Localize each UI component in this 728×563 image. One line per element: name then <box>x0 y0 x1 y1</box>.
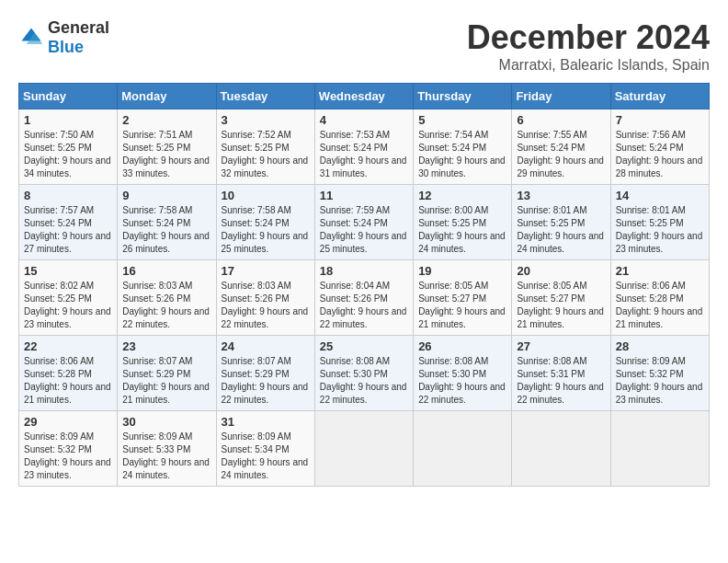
header-thursday: Thursday <box>414 84 512 109</box>
day-cell-10: 10Sunrise: 7:58 AMSunset: 5:24 PMDayligh… <box>216 185 314 260</box>
calendar-location: Marratxi, Balearic Islands, Spain <box>467 57 710 74</box>
title-block: December 2024 Marratxi, Balearic Islands… <box>467 18 710 74</box>
day-cell-9: 9Sunrise: 7:58 AMSunset: 5:24 PMDaylight… <box>118 185 216 260</box>
day-cell-5: 5Sunrise: 7:54 AMSunset: 5:24 PMDaylight… <box>414 109 512 185</box>
day-cell-15: 15Sunrise: 8:02 AMSunset: 5:25 PMDayligh… <box>19 260 118 336</box>
day-cell-24: 24Sunrise: 8:07 AMSunset: 5:29 PMDayligh… <box>216 336 314 411</box>
day-cell-28: 28Sunrise: 8:09 AMSunset: 5:32 PMDayligh… <box>610 336 709 411</box>
day-cell-16: 16Sunrise: 8:03 AMSunset: 5:26 PMDayligh… <box>118 260 216 336</box>
day-cell-25: 25Sunrise: 8:08 AMSunset: 5:30 PMDayligh… <box>314 336 413 411</box>
day-cell-26: 26Sunrise: 8:08 AMSunset: 5:30 PMDayligh… <box>414 336 512 411</box>
day-cell-empty <box>414 411 512 487</box>
day-cell-8: 8Sunrise: 7:57 AMSunset: 5:24 PMDaylight… <box>19 185 118 260</box>
header-sunday: Sunday <box>19 84 118 109</box>
day-cell-1: 1Sunrise: 7:50 AMSunset: 5:25 PMDaylight… <box>19 109 118 185</box>
day-cell-20: 20Sunrise: 8:05 AMSunset: 5:27 PMDayligh… <box>512 260 610 336</box>
day-cell-31: 31Sunrise: 8:09 AMSunset: 5:34 PMDayligh… <box>216 411 314 487</box>
day-cell-7: 7Sunrise: 7:56 AMSunset: 5:24 PMDaylight… <box>610 109 709 185</box>
header-friday: Friday <box>512 84 610 109</box>
day-cell-21: 21Sunrise: 8:06 AMSunset: 5:28 PMDayligh… <box>610 260 709 336</box>
header-wednesday: Wednesday <box>314 84 413 109</box>
calendar-table: Sunday Monday Tuesday Wednesday Thursday… <box>18 83 710 487</box>
day-cell-2: 2Sunrise: 7:51 AMSunset: 5:25 PMDaylight… <box>118 109 216 185</box>
day-cell-14: 14Sunrise: 8:01 AMSunset: 5:25 PMDayligh… <box>610 185 709 260</box>
day-cell-29: 29Sunrise: 8:09 AMSunset: 5:32 PMDayligh… <box>19 411 118 487</box>
day-cell-empty <box>314 411 413 487</box>
day-cell-4: 4Sunrise: 7:53 AMSunset: 5:24 PMDaylight… <box>314 109 413 185</box>
day-cell-13: 13Sunrise: 8:01 AMSunset: 5:25 PMDayligh… <box>512 185 610 260</box>
day-cell-30: 30Sunrise: 8:09 AMSunset: 5:33 PMDayligh… <box>118 411 216 487</box>
day-cell-3: 3Sunrise: 7:52 AMSunset: 5:25 PMDaylight… <box>216 109 314 185</box>
page-header: General Blue December 2024 Marratxi, Bal… <box>18 18 710 74</box>
day-cell-18: 18Sunrise: 8:04 AMSunset: 5:26 PMDayligh… <box>314 260 413 336</box>
header-tuesday: Tuesday <box>216 84 314 109</box>
day-cell-27: 27Sunrise: 8:08 AMSunset: 5:31 PMDayligh… <box>512 336 610 411</box>
day-cell-11: 11Sunrise: 7:59 AMSunset: 5:24 PMDayligh… <box>314 185 413 260</box>
day-cell-12: 12Sunrise: 8:00 AMSunset: 5:25 PMDayligh… <box>414 185 512 260</box>
day-cell-19: 19Sunrise: 8:05 AMSunset: 5:27 PMDayligh… <box>414 260 512 336</box>
day-cell-23: 23Sunrise: 8:07 AMSunset: 5:29 PMDayligh… <box>118 336 216 411</box>
logo-general: General <box>48 18 109 37</box>
logo-blue: Blue <box>48 38 84 56</box>
logo: General Blue <box>18 18 109 57</box>
day-cell-empty <box>610 411 709 487</box>
day-cell-22: 22Sunrise: 8:06 AMSunset: 5:28 PMDayligh… <box>19 336 118 411</box>
day-cell-6: 6Sunrise: 7:55 AMSunset: 5:24 PMDaylight… <box>512 109 610 185</box>
header-monday: Monday <box>118 84 216 109</box>
logo-icon <box>18 25 44 51</box>
calendar-title: December 2024 <box>467 18 710 57</box>
day-cell-empty <box>512 411 610 487</box>
logo-text: General Blue <box>48 18 109 57</box>
header-saturday: Saturday <box>610 84 709 109</box>
calendar-header-row: Sunday Monday Tuesday Wednesday Thursday… <box>19 84 710 109</box>
day-cell-17: 17Sunrise: 8:03 AMSunset: 5:26 PMDayligh… <box>216 260 314 336</box>
